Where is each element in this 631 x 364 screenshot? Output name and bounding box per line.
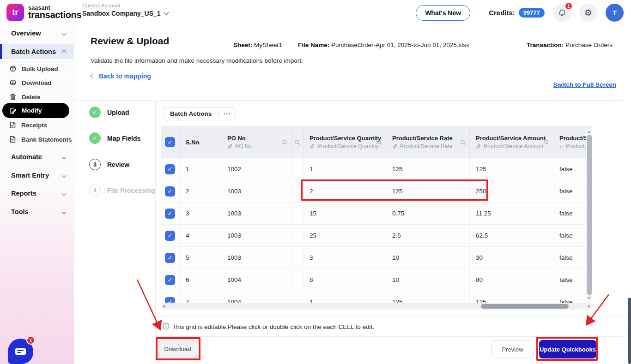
cell-sno[interactable]: 4 <box>180 225 221 246</box>
cell-rate[interactable]: 125 <box>386 180 470 202</box>
grid-horizontal-scrollbar[interactable] <box>161 303 592 310</box>
row-checkbox[interactable] <box>165 209 175 219</box>
column-header-clipped[interactable]: Product/Se Product, <box>553 126 586 158</box>
row-checkbox[interactable] <box>165 253 175 263</box>
scroll-left-arrow[interactable] <box>163 305 165 308</box>
column-header-amount[interactable]: Product/Service Amount Product/Service A… <box>470 126 553 158</box>
sidebar-item-batch-actions[interactable]: Batch Actions <box>0 44 74 59</box>
cell-flag[interactable]: false <box>553 225 586 246</box>
cell-collapsed[interactable] <box>291 247 303 269</box>
cell-po[interactable]: 1002 <box>221 158 291 180</box>
cell-collapsed[interactable] <box>291 291 303 303</box>
cell-rate[interactable]: 10 <box>386 269 470 291</box>
switch-to-fullscreen-link[interactable]: Switch to Full Screen <box>553 81 616 88</box>
cell-flag[interactable]: false <box>553 180 586 202</box>
cell-po[interactable]: 1003 <box>221 247 291 269</box>
cell-po[interactable]: 1003 <box>221 180 291 202</box>
chat-widget-button[interactable]: 1 <box>8 339 33 364</box>
column-search-icon[interactable] <box>376 139 382 147</box>
cell-amount[interactable]: 125 <box>470 291 553 303</box>
cell-po[interactable]: 1003 <box>221 203 291 224</box>
more-actions-button[interactable]: ··· <box>218 110 236 118</box>
cell-sno[interactable]: 7 <box>180 291 221 303</box>
sidebar-item-tools[interactable]: Tools <box>0 205 74 219</box>
cell-sno[interactable]: 2 <box>180 180 221 202</box>
row-checkbox[interactable] <box>165 275 175 285</box>
scrollbar-thumb[interactable] <box>587 135 592 295</box>
cell-collapsed[interactable] <box>291 225 303 246</box>
sidebar-item-bulk-upload[interactable]: Bulk Upload <box>0 62 74 76</box>
cell-collapsed[interactable] <box>291 269 303 291</box>
column-search-icon[interactable] <box>282 139 288 147</box>
cell-flag[interactable]: false <box>553 158 586 180</box>
cell-po[interactable]: 1003 <box>221 225 291 246</box>
sidebar-item-receipts[interactable]: Receipts <box>0 118 74 132</box>
cell-rate[interactable]: 2.5 <box>386 225 470 246</box>
scroll-up-arrow[interactable] <box>588 131 590 133</box>
sidebar-item-reports[interactable]: Reports <box>0 186 74 200</box>
cell-amount[interactable]: 125 <box>470 158 553 180</box>
sidebar-item-smart-entry[interactable]: Smart Entry <box>0 168 74 182</box>
cell-qty[interactable]: 1 <box>303 158 386 180</box>
cell-sno[interactable]: 1 <box>180 158 221 180</box>
cell-flag[interactable]: false <box>553 291 586 303</box>
cell-flag[interactable]: false <box>553 203 586 224</box>
cell-flag[interactable]: false <box>553 269 586 291</box>
cell-collapsed[interactable] <box>291 158 303 180</box>
cell-qty[interactable]: 3 <box>303 247 386 269</box>
cell-sno[interactable]: 6 <box>180 269 221 291</box>
cell-rate[interactable]: 125 <box>386 291 470 303</box>
cell-rate[interactable]: 10 <box>386 247 470 269</box>
cell-amount[interactable]: 62.5 <box>470 225 553 246</box>
cell-amount[interactable]: 250 <box>470 180 553 202</box>
preview-button[interactable]: Preview <box>491 340 534 358</box>
cell-collapsed[interactable] <box>291 180 303 202</box>
row-checkbox[interactable] <box>165 297 175 303</box>
download-button[interactable]: Download <box>158 340 197 358</box>
sidebar-item-overview[interactable]: Overview <box>0 26 74 40</box>
back-to-mapping-link[interactable]: Back to mapping <box>91 72 151 80</box>
sidebar-item-automate[interactable]: Automate <box>0 150 74 164</box>
browser-scrollbar[interactable] <box>628 298 631 364</box>
cell-po[interactable]: 1004 <box>221 291 291 303</box>
cell-flag[interactable]: false <box>553 247 586 269</box>
sidebar-item-download[interactable]: Download <box>0 76 74 90</box>
grid-vertical-scrollbar[interactable] <box>586 129 592 301</box>
cell-rate[interactable]: 0.75 <box>386 203 470 224</box>
column-header-po-no[interactable]: PO No PO No <box>221 126 291 158</box>
cell-sno[interactable]: 3 <box>180 203 221 224</box>
row-checkbox[interactable] <box>165 164 175 174</box>
settings-button[interactable]: ⚙ <box>579 4 597 22</box>
cell-collapsed[interactable] <box>291 203 303 224</box>
app-logo[interactable]: tr saasant transactions <box>6 4 81 21</box>
select-all-checkbox[interactable] <box>165 137 175 147</box>
sidebar-item-modify[interactable]: Modify <box>0 104 74 118</box>
column-search-icon[interactable] <box>460 139 466 147</box>
column-header-collapsed[interactable] <box>291 126 303 158</box>
sidebar-item-delete[interactable]: Delete <box>0 90 74 104</box>
batch-actions-button[interactable]: Batch Actions <box>163 110 218 117</box>
cell-qty[interactable]: 25 <box>303 225 386 246</box>
cell-qty[interactable]: 8 <box>303 269 386 291</box>
cell-qty[interactable]: 1 <box>303 291 386 303</box>
row-checkbox[interactable] <box>165 231 175 241</box>
scrollbar-thumb[interactable] <box>481 304 569 309</box>
cell-sno[interactable]: 5 <box>180 247 221 269</box>
cell-qty[interactable]: 2 <box>303 180 386 202</box>
update-quickbooks-button[interactable]: Update Quickbooks <box>539 340 596 358</box>
cell-po[interactable]: 1004 <box>221 269 291 291</box>
sidebar-item-bank-statements[interactable]: Bank Statements <box>0 132 74 146</box>
user-avatar[interactable]: T <box>606 4 624 22</box>
column-search-icon[interactable] <box>294 139 300 147</box>
column-header-rate[interactable]: Product/Service Rate Product/Service Rat… <box>386 126 470 158</box>
cell-qty[interactable]: 15 <box>303 203 386 224</box>
notifications-button[interactable]: 1 <box>553 4 571 22</box>
column-header-quantity[interactable]: Product/Service Quantity Product/Service… <box>303 126 386 158</box>
account-switcher[interactable]: Current Account Sandbox Company_US_1 <box>82 3 168 17</box>
cell-rate[interactable]: 125 <box>386 158 470 180</box>
whats-new-button[interactable]: What's New <box>416 5 470 21</box>
cell-amount[interactable]: 11.25 <box>470 203 553 224</box>
cell-amount[interactable]: 80 <box>470 269 553 291</box>
row-checkbox[interactable] <box>165 186 175 197</box>
cell-amount[interactable]: 30 <box>470 247 553 269</box>
